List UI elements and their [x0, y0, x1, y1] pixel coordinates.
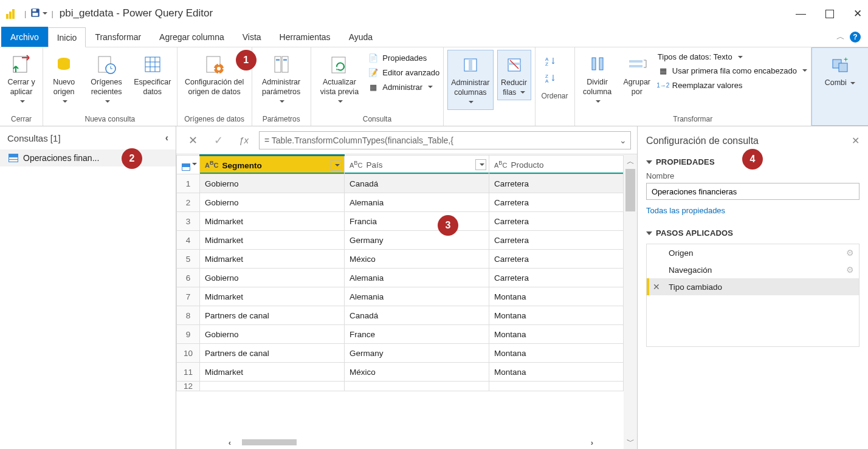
- data-grid[interactable]: ABCSegmento ABCPaís ABCProducto 1Gobiern…: [176, 154, 624, 391]
- combine-button[interactable]: + Combi: [816, 50, 864, 91]
- row-number[interactable]: 3: [177, 212, 200, 231]
- cell[interactable]: Midmarket: [200, 250, 345, 269]
- reduce-rows-button[interactable]: Reducir filas: [497, 50, 531, 100]
- column-filter-icon[interactable]: [331, 160, 342, 171]
- commit-formula-icon[interactable]: ✓: [208, 131, 229, 150]
- row-number[interactable]: 1: [177, 174, 200, 193]
- table-row[interactable]: 5MidmarketMéxicoCarretera: [177, 250, 624, 269]
- scroll-left-icon[interactable]: ‹: [222, 438, 237, 447]
- table-row[interactable]: 7MidmarketAlemaniaMontana: [177, 287, 624, 306]
- table-row[interactable]: 4MidmarketGermanyCarretera: [177, 231, 624, 250]
- tab-herramientas[interactable]: Herramientas: [270, 27, 340, 47]
- properties-section-header[interactable]: PROPIEDADES 4: [646, 157, 859, 166]
- cell[interactable]: Partners de canal: [200, 306, 345, 325]
- cell[interactable]: Carretera: [489, 212, 624, 231]
- cell[interactable]: México: [345, 250, 489, 269]
- cell[interactable]: Alemania: [345, 287, 489, 306]
- gear-icon[interactable]: ⚙: [846, 248, 854, 258]
- row-number[interactable]: 7: [177, 287, 200, 306]
- manage-button[interactable]: ▦Administrar: [368, 81, 439, 92]
- new-source-button[interactable]: Nuevo origen: [47, 50, 81, 109]
- save-icon[interactable]: [30, 7, 41, 20]
- collapse-ribbon-icon[interactable]: ︿: [836, 32, 845, 43]
- applied-steps-header[interactable]: PASOS APLICADOS: [646, 228, 859, 238]
- group-by-button[interactable]: Agrupar por: [620, 50, 654, 99]
- cell[interactable]: Canadá: [345, 306, 489, 325]
- cell[interactable]: Canadá: [345, 174, 489, 193]
- tab-archivo[interactable]: Archivo: [1, 27, 48, 47]
- horizontal-scrollbar[interactable]: ‹ ›: [198, 436, 624, 449]
- sort-asc-button[interactable]: AZ: [544, 55, 557, 68]
- replace-values-button[interactable]: 1→2Reemplazar valores: [658, 80, 807, 91]
- row-number[interactable]: 10: [177, 344, 200, 363]
- column-filter-icon[interactable]: [475, 159, 486, 170]
- cell[interactable]: Partners de canal: [200, 344, 345, 363]
- table-row[interactable]: 2GobiernoAlemaniaCarretera: [177, 193, 624, 212]
- all-properties-link[interactable]: Todas las propiedades: [646, 206, 859, 215]
- cell[interactable]: Germany: [345, 344, 489, 363]
- qat-dropdown-icon[interactable]: [43, 12, 47, 15]
- table-row[interactable]: 3MidmarketFranciaCarretera: [177, 212, 624, 231]
- row-number[interactable]: 4: [177, 231, 200, 250]
- maximize-button[interactable]: [825, 7, 834, 20]
- step-origen[interactable]: Origen⚙: [647, 244, 859, 261]
- close-button[interactable]: ✕: [853, 7, 862, 20]
- split-column-button[interactable]: Dividir columna: [579, 50, 616, 109]
- cell[interactable]: Carretera: [489, 269, 624, 287]
- tab-inicio[interactable]: Inicio: [48, 27, 86, 47]
- fx-icon[interactable]: ƒx: [233, 131, 254, 150]
- cell[interactable]: México: [345, 363, 489, 382]
- row-number[interactable]: 11: [177, 363, 200, 382]
- table-row[interactable]: 11MidmarketMéxicoMontana: [177, 363, 624, 382]
- vertical-scrollbar[interactable]: ︿ ﹀: [624, 154, 637, 449]
- cell[interactable]: Midmarket: [200, 287, 345, 306]
- cell[interactable]: Carretera: [489, 250, 624, 269]
- formula-input[interactable]: = Table.TransformColumnTypes(financials_…: [259, 131, 631, 149]
- enter-data-button[interactable]: Especificar datos: [132, 50, 173, 99]
- column-header-segmento[interactable]: ABCSegmento: [200, 156, 345, 174]
- cell[interactable]: Montana: [489, 306, 624, 325]
- formula-dropdown-icon[interactable]: ⌄: [619, 135, 627, 145]
- column-header-pais[interactable]: ABCPaís: [345, 156, 489, 174]
- gear-icon[interactable]: ⚙: [846, 265, 854, 275]
- row-number[interactable]: 6: [177, 269, 200, 287]
- table-row[interactable]: 1GobiernoCanadáCarretera: [177, 174, 624, 193]
- cell[interactable]: Gobierno: [200, 269, 345, 287]
- table-row[interactable]: 9GobiernoFranceMontana: [177, 325, 624, 344]
- row-number[interactable]: 2: [177, 193, 200, 212]
- cell[interactable]: France: [345, 325, 489, 344]
- table-row[interactable]: 8Partners de canalCanadáMontana: [177, 306, 624, 325]
- cell[interactable]: Germany: [345, 231, 489, 250]
- row-number[interactable]: 5: [177, 250, 200, 269]
- step-navegacion[interactable]: Navegación⚙: [647, 261, 859, 278]
- use-first-row-header-button[interactable]: ▦Usar primera fila como encabezado: [658, 65, 807, 76]
- refresh-preview-button[interactable]: Actualizar vista previa: [315, 50, 365, 109]
- query-item[interactable]: Operaciones finan... 2: [0, 149, 176, 166]
- cell[interactable]: Francia: [345, 212, 489, 231]
- cell[interactable]: Montana: [489, 325, 624, 344]
- scroll-down-icon[interactable]: ﹀: [627, 434, 635, 449]
- advanced-editor-button[interactable]: 📝Editor avanzado: [368, 67, 439, 78]
- cell[interactable]: Alemania: [345, 269, 489, 287]
- minimize-button[interactable]: ―: [796, 7, 806, 20]
- cell[interactable]: Midmarket: [200, 231, 345, 250]
- manage-parameters-button[interactable]: Administrar parámetros: [256, 50, 307, 109]
- select-all-corner[interactable]: [177, 156, 200, 174]
- properties-button[interactable]: 📄Propiedades: [368, 52, 439, 63]
- tab-transformar[interactable]: Transformar: [86, 27, 150, 47]
- cell[interactable]: Midmarket: [200, 363, 345, 382]
- table-row[interactable]: 10Partners de canalGermanyMontana: [177, 344, 624, 363]
- cell[interactable]: Carretera: [489, 174, 624, 193]
- sort-desc-button[interactable]: ZA: [544, 72, 557, 85]
- cell[interactable]: Alemania: [345, 193, 489, 212]
- query-name-input[interactable]: [646, 183, 859, 200]
- row-number[interactable]: 9: [177, 325, 200, 344]
- cell[interactable]: Montana: [489, 363, 624, 382]
- close-apply-button[interactable]: Cerrar y aplicar: [4, 50, 39, 109]
- close-settings-icon[interactable]: ✕: [852, 135, 859, 146]
- cell[interactable]: Midmarket: [200, 212, 345, 231]
- help-icon[interactable]: ?: [850, 32, 861, 43]
- step-tipo-cambiado[interactable]: ✕Tipo cambiado: [647, 278, 859, 295]
- recent-sources-button[interactable]: Orígenes recientes: [84, 50, 128, 109]
- cell[interactable]: Gobierno: [200, 193, 345, 212]
